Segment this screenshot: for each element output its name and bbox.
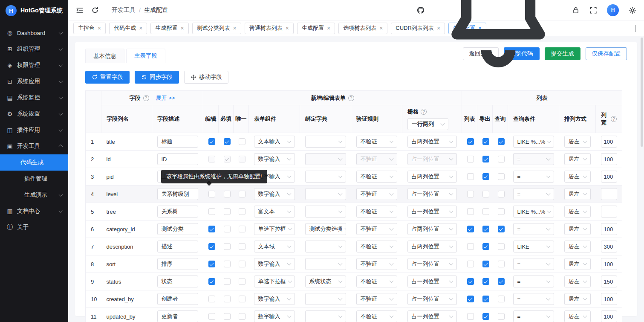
list-checkbox[interactable] [467, 261, 474, 267]
breadcrumb-section[interactable]: 开发工具 [112, 6, 136, 14]
query-checkbox[interactable] [498, 173, 505, 180]
edit-checkbox[interactable] [208, 226, 215, 232]
dict-select[interactable] [305, 188, 346, 200]
dict-select[interactable]: 测试分类选项 [305, 223, 346, 235]
lock-screen-icon[interactable] [572, 6, 580, 14]
dict-select[interactable] [305, 293, 346, 305]
field-desc-input[interactable]: 关系树级别 [157, 188, 198, 200]
sidebar-item[interactable]: 插件应用 [0, 122, 68, 138]
sidebar-item[interactable]: 文档中心 [0, 203, 68, 219]
query-checkbox[interactable] [498, 138, 505, 145]
component-select[interactable]: 单选下拉框 [254, 276, 295, 287]
component-select[interactable]: 文本输入 [254, 136, 295, 148]
collapse-sidebar-icon[interactable] [76, 6, 84, 14]
condition-select[interactable]: LIKE %...% [513, 206, 554, 218]
width-input[interactable]: 100 [601, 171, 617, 183]
list-checkbox[interactable] [467, 278, 474, 285]
align-select[interactable]: 居左 [564, 241, 591, 252]
help-icon[interactable] [421, 109, 427, 115]
notification-bell-icon[interactable] [434, 0, 562, 74]
export-checkbox[interactable] [482, 208, 489, 215]
align-select[interactable]: 居左 [564, 153, 591, 165]
card-tab[interactable]: 基本信息 [85, 49, 124, 63]
required-checkbox[interactable] [224, 313, 231, 320]
page-tab[interactable]: 生成配置 [150, 23, 188, 34]
export-checkbox[interactable] [482, 261, 489, 267]
width-input[interactable]: 100 [601, 136, 617, 148]
sidebar-item[interactable]: 组织管理 [0, 41, 68, 57]
list-checkbox[interactable] [467, 226, 474, 232]
query-checkbox[interactable] [498, 226, 505, 232]
sidebar-subitem[interactable]: 代码生成 [0, 154, 68, 171]
unique-checkbox[interactable] [239, 261, 245, 267]
required-checkbox[interactable] [224, 156, 231, 162]
component-select[interactable]: 数字输入 [254, 188, 295, 200]
dict-select[interactable] [305, 310, 346, 322]
edit-checkbox[interactable] [208, 208, 215, 215]
move-fields-button[interactable]: 移动字段 [184, 71, 228, 84]
close-icon[interactable] [379, 25, 383, 31]
condition-select[interactable]: = [513, 153, 554, 165]
dict-select[interactable] [305, 153, 346, 165]
github-icon[interactable] [417, 6, 425, 14]
align-select[interactable]: 居左 [564, 206, 591, 218]
unique-checkbox[interactable] [239, 278, 245, 285]
query-checkbox[interactable] [498, 156, 505, 162]
list-checkbox[interactable] [467, 173, 474, 180]
tabbar-dropdown-chevron-icon[interactable] [632, 23, 639, 33]
edit-checkbox[interactable] [208, 313, 215, 320]
page-tab[interactable]: 普通树表列表 [245, 23, 294, 34]
field-desc-input[interactable]: ID [157, 153, 198, 165]
sidebar-item[interactable]: 系统设置 [0, 106, 68, 122]
close-icon[interactable] [139, 25, 142, 31]
vertical-scrollbar[interactable] [641, 38, 643, 147]
export-checkbox[interactable] [482, 156, 489, 162]
component-select[interactable]: 单选下拉框 [254, 223, 295, 235]
export-checkbox[interactable] [482, 138, 489, 145]
dict-select[interactable] [305, 206, 346, 218]
condition-select[interactable]: LIKE [513, 241, 554, 252]
sidebar-subitem[interactable]: 生成演示 [0, 187, 68, 203]
required-checkbox[interactable] [224, 243, 231, 250]
user-avatar[interactable]: H [607, 4, 619, 16]
condition-select[interactable]: = [513, 276, 554, 287]
sync-fields-button[interactable]: 同步字段 [135, 71, 179, 84]
grid-select[interactable]: 占两列位置 [407, 136, 457, 148]
field-desc-input[interactable]: 状态 [157, 276, 198, 287]
help-icon[interactable] [348, 95, 354, 101]
condition-select[interactable]: = [513, 223, 554, 235]
list-checkbox[interactable] [467, 296, 474, 302]
export-checkbox[interactable] [482, 296, 489, 302]
unique-checkbox[interactable] [239, 226, 245, 232]
unique-checkbox[interactable] [239, 208, 245, 215]
sidebar-item[interactable]: Dashboard [0, 25, 68, 41]
width-input[interactable] [601, 206, 617, 218]
refresh-icon[interactable] [91, 6, 99, 14]
export-checkbox[interactable] [482, 243, 489, 250]
unique-checkbox[interactable] [239, 156, 245, 162]
width-input[interactable]: 100 [601, 258, 617, 270]
required-checkbox[interactable] [224, 261, 231, 267]
sidebar-item[interactable]: 权限管理 [0, 57, 68, 73]
rule-select[interactable]: 不验证 [356, 153, 397, 165]
required-checkbox[interactable] [224, 208, 231, 215]
reset-fields-button[interactable]: 重置字段 [85, 71, 130, 84]
width-input[interactable]: 100 [601, 153, 617, 165]
edit-checkbox[interactable] [208, 296, 215, 302]
sidebar-item[interactable]: 系统监控 [0, 90, 68, 106]
page-tab[interactable]: 主控台 [73, 23, 106, 34]
page-tab[interactable]: 测试分类列表 [192, 23, 241, 34]
list-checkbox[interactable] [467, 313, 474, 320]
align-select[interactable]: 居左 [564, 293, 591, 305]
grid-select[interactable]: 占两列位置 [407, 241, 457, 252]
unique-checkbox[interactable] [239, 313, 245, 320]
grid-select[interactable]: 占一列位置 [407, 293, 457, 305]
align-select[interactable]: 居左 [564, 188, 591, 200]
required-checkbox[interactable] [224, 296, 231, 302]
grid-select[interactable]: 占一列位置 [407, 276, 457, 287]
component-select[interactable]: 数字输入 [254, 153, 295, 165]
align-select[interactable]: 居左 [564, 276, 591, 287]
field-desc-input[interactable]: 关系树 [157, 206, 198, 218]
edit-checkbox[interactable] [208, 191, 215, 197]
query-checkbox[interactable] [498, 191, 505, 197]
